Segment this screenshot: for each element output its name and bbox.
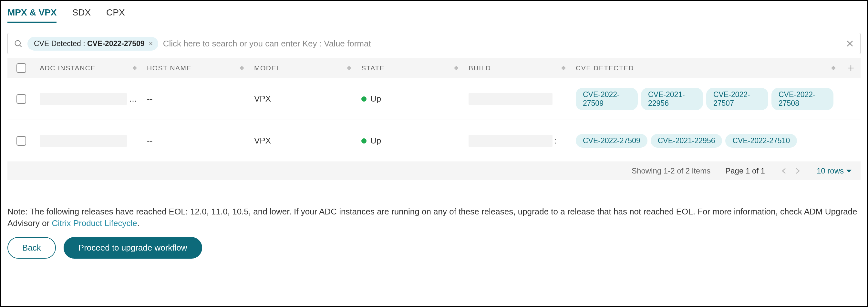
state-value: Up [370, 136, 381, 146]
cve-pill[interactable]: CVE-2022-27510 [725, 134, 797, 148]
sort-icon[interactable] [832, 66, 835, 70]
pagination-page: Page 1 of 1 [725, 166, 765, 175]
tab-mpx-vpx[interactable]: MPX & VPX [7, 7, 57, 23]
build-redacted [469, 135, 553, 147]
rows-per-page-label: 10 rows [817, 166, 844, 175]
instances-table: ADC INSTANCE HOST NAME MODEL STATE BUILD… [7, 58, 861, 180]
cve-pill[interactable]: CVE-2021-22956 [641, 88, 703, 110]
tab-cpx[interactable]: CPX [106, 7, 125, 23]
chip-value: CVE-2022-27509 [87, 39, 145, 48]
page-prev-icon[interactable] [780, 168, 787, 174]
table-footer: Showing 1-2 of 2 items Page 1 of 1 10 ro… [7, 162, 861, 180]
search-input[interactable] [163, 39, 841, 49]
host-name-value: -- [147, 94, 152, 104]
host-name-value: -- [147, 136, 152, 146]
rows-per-page-select[interactable]: 10 rows [817, 166, 851, 175]
eol-note: Note: The following releases have reache… [7, 206, 861, 229]
col-header-cve-detected[interactable]: CVE DETECTED [576, 64, 634, 72]
col-header-model[interactable]: MODEL [254, 64, 281, 72]
state-up-dot-icon [361, 96, 367, 102]
row-checkbox[interactable] [17, 136, 26, 146]
model-value: VPX [254, 136, 271, 146]
state-up-dot-icon [361, 138, 367, 143]
chip-remove-icon[interactable] [148, 41, 154, 46]
model-value: VPX [254, 94, 271, 104]
page-next-icon[interactable] [794, 168, 802, 174]
note-text-after: . [137, 218, 140, 228]
tabs-bar: MPX & VPX SDX CPX [7, 1, 861, 23]
cve-pill[interactable]: CVE-2022-27509 [576, 134, 647, 148]
clear-search-icon[interactable] [845, 39, 855, 48]
sort-icon[interactable] [454, 66, 458, 70]
pagination-summary: Showing 1-2 of 2 items [631, 166, 710, 175]
build-suffix: : [554, 136, 557, 146]
sort-icon[interactable] [347, 66, 351, 70]
back-button[interactable]: Back [7, 237, 56, 259]
citrix-product-lifecycle-link[interactable]: Citrix Product Lifecycle [52, 218, 137, 228]
adc-instance-redacted [40, 135, 127, 147]
build-redacted [469, 93, 553, 105]
col-header-adc-instance[interactable]: ADC INSTANCE [40, 64, 96, 72]
search-bar: CVE Detected : CVE-2022-27509 [7, 33, 861, 54]
select-all-checkbox[interactable] [17, 63, 26, 73]
col-header-build[interactable]: BUILD [469, 64, 491, 72]
table-row: … -- VPX Up CVE-2022-27509 CVE-2021-2295… [7, 78, 861, 120]
adc-instance-redacted [40, 93, 127, 105]
state-value: Up [370, 94, 381, 104]
proceed-upgrade-button[interactable]: Proceed to upgrade workflow [64, 237, 202, 259]
col-header-host-name[interactable]: HOST NAME [147, 64, 191, 72]
action-buttons: Back Proceed to upgrade workflow [7, 237, 861, 259]
col-header-state[interactable]: STATE [361, 64, 384, 72]
svg-line-1 [20, 45, 21, 47]
table-header-row: ADC INSTANCE HOST NAME MODEL STATE BUILD… [7, 58, 861, 78]
sort-icon[interactable] [240, 66, 244, 70]
sort-icon[interactable] [133, 66, 136, 70]
filter-chip-cve-detected[interactable]: CVE Detected : CVE-2022-27509 [27, 37, 158, 50]
instance-truncate: … [129, 94, 137, 104]
row-checkbox[interactable] [17, 94, 26, 104]
table-row: -- VPX Up : CVE-2022-27509 CVE-2021-2295… [7, 120, 861, 162]
svg-point-0 [15, 41, 20, 46]
cve-pill[interactable]: CVE-2021-22956 [651, 134, 722, 148]
chevron-down-icon [846, 170, 851, 173]
cve-pill[interactable]: CVE-2022-27507 [706, 88, 768, 110]
add-column-icon[interactable] [846, 64, 856, 73]
cve-pill[interactable]: CVE-2022-27509 [576, 88, 638, 110]
sort-icon[interactable] [562, 66, 565, 70]
tab-sdx[interactable]: SDX [72, 7, 91, 23]
search-icon [13, 39, 23, 48]
cve-pill[interactable]: CVE-2022-27508 [771, 88, 833, 110]
chip-label: CVE Detected : [34, 39, 87, 48]
